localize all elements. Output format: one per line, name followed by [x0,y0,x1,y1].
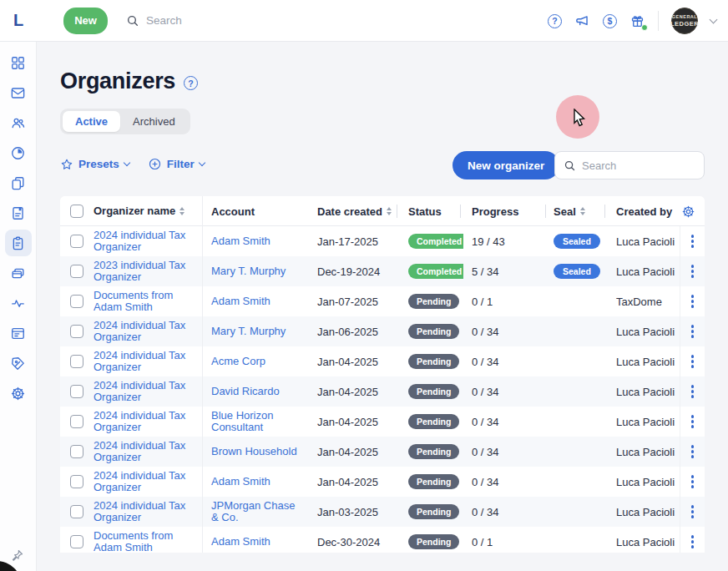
organizer-name-link[interactable]: 2023 individual Tax Organizer [94,260,195,283]
created-by: Luca Pacioli [616,476,675,488]
organizer-name-link[interactable]: 2024 individual Tax Organizer [94,470,195,493]
seal-badge: Sealed [554,264,600,279]
new-button[interactable]: New [63,8,108,34]
organizer-name-link[interactable]: 2024 individual Tax Organizer [94,320,195,343]
sort-icon[interactable] [387,207,392,215]
row-checkbox[interactable] [70,535,83,548]
sidebar-item-tags[interactable] [5,350,32,376]
kebab-menu-icon[interactable] [688,442,698,462]
kebab-menu-icon[interactable] [688,351,698,371]
date-created: Jan-04-2025 [317,446,378,458]
kebab-menu-icon[interactable] [688,472,698,492]
organizer-name-link[interactable]: 2024 individual Tax Organizer [94,500,195,523]
date-created: Jan-04-2025 [317,476,378,488]
header-status: Status [400,196,463,226]
table-settings-gear-icon[interactable] [681,196,705,226]
account-link[interactable]: Acme Corp [211,356,265,367]
row-checkbox[interactable] [70,265,83,278]
row-checkbox[interactable] [70,235,83,248]
row-checkbox[interactable] [70,355,83,368]
table-search[interactable] [554,151,705,179]
sidebar-item-inbox[interactable] [5,79,32,106]
kebab-menu-icon[interactable] [688,532,698,552]
row-checkbox[interactable] [70,415,83,428]
organizer-name-link[interactable]: 2024 individual Tax Organizer [94,410,195,433]
sidebar-item-organizers[interactable] [5,230,32,256]
table-search-input[interactable] [582,159,682,172]
sidebar-item-documents[interactable] [5,169,32,196]
gift-icon[interactable] [629,13,645,29]
table-row: 2024 individual Tax Organizer Brown Hous… [60,437,705,467]
account-link[interactable]: Mary T. Murphy [211,265,286,277]
progress-value: 0 / 34 [472,416,499,428]
tab-archived[interactable]: Archived [120,111,188,132]
account-link[interactable]: Blue Horizon Consultant [211,410,273,433]
organizer-name-link[interactable]: 2024 individual Tax Organizer [94,350,195,373]
avatar[interactable]: GENERAL LEDGER [671,8,698,34]
sidebar-item-dashboard[interactable] [5,49,32,76]
sidebar-item-templates[interactable] [5,200,32,226]
date-created: Jan-04-2025 [317,416,378,428]
kebab-menu-icon[interactable] [688,321,698,341]
organizer-name-link[interactable]: Documents from Adam Smith [94,530,195,553]
documents-icon [10,175,26,191]
sidebar-item-reports[interactable] [5,320,32,346]
new-organizer-button[interactable]: New organizer [452,151,559,179]
select-all-checkbox[interactable] [70,205,83,218]
kebab-menu-icon[interactable] [688,382,698,402]
account-link[interactable]: Adam Smith [211,296,270,307]
help-icon[interactable]: ? [548,14,562,28]
global-search[interactable] [126,14,263,28]
row-checkbox[interactable] [70,445,83,458]
sidebar-item-activity[interactable] [5,290,32,316]
billing-dollar-icon[interactable]: $ [603,14,617,28]
account-link[interactable]: Adam Smith [211,235,270,247]
account-link[interactable]: JPMorgan Chase & Co. [211,500,295,523]
sidebar-item-billing[interactable] [5,260,32,286]
date-created: Dec-30-2024 [317,536,380,548]
table-row: 2024 individual Tax Organizer Blue Horiz… [60,407,705,437]
account-link[interactable]: Mary T. Murphy [211,326,286,337]
kebab-menu-icon[interactable] [688,291,698,311]
sort-icon[interactable] [179,207,185,215]
announcements-icon[interactable] [574,13,590,29]
organizer-name-link[interactable]: 2024 individual Tax Organizer [94,380,195,403]
row-checkbox[interactable] [70,385,83,398]
clipboard-icon [10,235,26,251]
filter-dropdown[interactable]: Filter [148,157,205,171]
sidebar-item-settings[interactable] [5,380,32,407]
row-checkbox[interactable] [70,295,83,308]
account-link[interactable]: Adam Smith [211,476,270,488]
search-icon [126,14,139,28]
global-search-input[interactable] [146,14,263,27]
account-link[interactable]: Brown Household [211,446,297,457]
organizer-name-link[interactable]: 2024 individual Tax Organizer [94,440,195,463]
sidebar-item-clients[interactable] [5,109,32,136]
row-checkbox[interactable] [70,325,83,338]
chevron-down-icon[interactable] [710,15,718,23]
table-row: Documents from Adam Smith Adam Smith Dec… [60,527,705,553]
plus-circle-icon [148,157,162,171]
kebab-menu-icon[interactable] [688,231,698,251]
status-badge: Pending [408,504,459,519]
organizer-name-link[interactable]: Documents from Adam Smith [94,290,195,313]
app-logo[interactable]: L [0,11,37,30]
kebab-menu-icon[interactable] [688,412,698,432]
account-link[interactable]: David Ricardo [211,386,280,397]
progress-value: 5 / 34 [472,265,499,278]
row-checkbox[interactable] [70,505,83,518]
notification-dot [641,24,648,31]
kebab-menu-icon[interactable] [688,261,698,281]
pin-sidebar-icon[interactable] [10,548,24,563]
page-help-icon[interactable]: ? [184,76,198,90]
date-created: Jan-03-2025 [317,506,378,518]
kebab-menu-icon[interactable] [688,502,698,522]
account-link[interactable]: Adam Smith [211,536,270,548]
sort-icon[interactable] [580,207,585,215]
date-created: Jan-06-2025 [317,326,378,338]
tab-active[interactable]: Active [63,111,120,132]
organizer-name-link[interactable]: 2024 individual Tax Organizer [94,230,195,253]
sidebar-item-time[interactable] [5,139,32,166]
row-checkbox[interactable] [70,475,83,488]
presets-dropdown[interactable]: Presets [60,158,129,171]
